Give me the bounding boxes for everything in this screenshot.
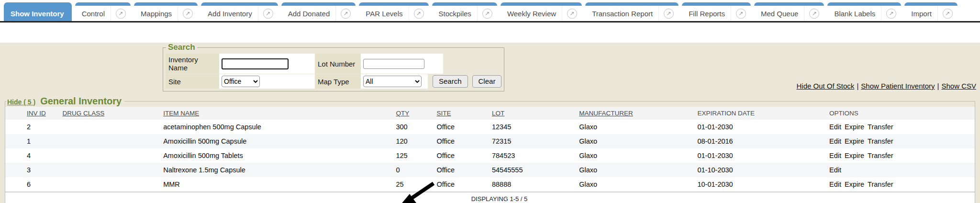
edit-link[interactable]: Edit — [829, 123, 841, 131]
cell-item-name: acetaminophen 500mg Capsule — [161, 120, 394, 134]
cell-options: EditExpireTransfer — [827, 134, 975, 148]
inventory-title: General Inventory — [40, 96, 122, 107]
site-select[interactable]: Office — [222, 76, 260, 87]
tab-fill-reports[interactable]: Fill Reports ↗ — [682, 2, 751, 21]
popout-icon[interactable]: ↗ — [178, 6, 198, 21]
tab-transaction-report[interactable]: Transaction Report ↗ — [585, 2, 679, 21]
tab-blank-labels[interactable]: Blank Labels ↗ — [827, 2, 901, 21]
show-patient-inventory-link[interactable]: Show Patient Inventory — [861, 82, 935, 90]
transfer-link[interactable]: Transfer — [868, 123, 893, 131]
clear-button[interactable]: Clear — [472, 75, 502, 88]
tab-add-donated[interactable]: Add Donated ↗ — [281, 2, 356, 21]
displaying-status: DISPLAYING 1-5 / 5 — [5, 192, 975, 203]
table-row: 2acetaminophen 500mg Capsule300Office123… — [5, 120, 975, 134]
tab-label: Blank Labels — [834, 10, 881, 18]
hide-count-link[interactable]: Hide ( 5 ) — [7, 98, 35, 106]
tab-med-queue[interactable]: Med Queue ↗ — [754, 2, 824, 21]
cell-lot: 72315 — [490, 134, 577, 148]
tab-label: Control — [82, 10, 111, 18]
tab-weekly-review[interactable]: Weekly Review ↗ — [501, 2, 582, 21]
popout-icon[interactable]: ↗ — [881, 6, 901, 21]
inventory-name-input[interactable] — [222, 58, 289, 69]
transfer-link[interactable]: Transfer — [868, 180, 893, 188]
cell-drug-class — [60, 148, 161, 163]
cell-site: Office — [435, 120, 490, 134]
tab-label: Fill Reports — [689, 10, 731, 18]
cell-qty: 120 — [394, 134, 434, 148]
column-header-lot[interactable]: LOT — [492, 110, 504, 117]
cell-drug-class — [60, 163, 161, 177]
popout-icon[interactable]: ↗ — [258, 6, 278, 21]
lot-number-input[interactable] — [363, 59, 424, 69]
show-csv-link[interactable]: Show CSV — [941, 82, 976, 90]
column-header-drug-class[interactable]: DRUG CLASS — [62, 110, 104, 117]
hide-out-of-stock-link[interactable]: Hide Out Of Stock — [796, 82, 854, 90]
tab-label: Import — [911, 10, 937, 18]
cell-inv-id: 6 — [5, 177, 60, 192]
transfer-link[interactable]: Transfer — [868, 152, 893, 159]
cell-manufacturer: Glaxo — [577, 163, 695, 177]
link-separator: | — [857, 82, 858, 90]
popout-icon[interactable]: ↗ — [804, 6, 824, 21]
tab-accent-strip — [359, 2, 428, 6]
cell-inv-id: 2 — [5, 120, 60, 134]
tab-label: Transaction Report — [592, 10, 658, 18]
popout-icon[interactable]: ↗ — [658, 6, 679, 21]
column-header-inv-id[interactable]: INV ID — [27, 110, 46, 117]
tab-mappings[interactable]: Mappings ↗ — [134, 2, 198, 21]
map-type-label: Map Type — [315, 74, 361, 89]
tab-accent-strip — [134, 2, 198, 6]
tab-label: PAR Levels — [366, 10, 408, 18]
popout-icon[interactable]: ↗ — [562, 6, 582, 21]
expire-link[interactable]: Expire — [845, 123, 864, 131]
cell-manufacturer: Glaxo — [577, 148, 695, 163]
search-button[interactable]: Search — [433, 75, 468, 88]
tab-accent-strip — [281, 2, 356, 6]
expire-link[interactable]: Expire — [845, 152, 864, 159]
table-row: 4Amoxicillin 500mg Tablets125Office78452… — [5, 148, 975, 163]
cell-inv-id: 4 — [5, 148, 60, 163]
site-label: Site — [166, 74, 219, 89]
tab-control[interactable]: Control ↗ — [75, 2, 131, 21]
cell-qty: 25 — [394, 177, 434, 192]
popout-icon[interactable]: ↗ — [111, 6, 131, 21]
cell-lot: 12345 — [490, 120, 577, 134]
table-row: 3Naltrexone 1.5mg Capsule0Office54545555… — [5, 163, 975, 177]
column-header-item-name[interactable]: ITEM NAME — [163, 110, 199, 117]
cell-site: Office — [435, 163, 490, 177]
edit-link[interactable]: Edit — [829, 137, 841, 145]
popout-icon[interactable]: ↗ — [731, 6, 751, 21]
expire-link[interactable]: Expire — [845, 180, 864, 188]
column-header-options: OPTIONS — [829, 110, 858, 117]
tab-show-inventory[interactable]: Show Inventory — [4, 2, 72, 21]
tab-add-inventory[interactable]: Add Inventory ↗ — [201, 2, 278, 21]
cell-expiration-date: 08-01-2016 — [695, 134, 827, 148]
map-type-select[interactable]: All — [363, 76, 422, 87]
tab-stockpiles[interactable]: Stockpiles ↗ — [432, 2, 497, 21]
search-panel: Search Inventory Name Lot Number Site Of… — [163, 43, 504, 91]
popout-icon[interactable]: ↗ — [477, 6, 497, 21]
tab-import[interactable]: Import ↗ — [904, 2, 958, 21]
transfer-link[interactable]: Transfer — [868, 137, 893, 145]
cell-lot: 88888 — [490, 177, 577, 192]
tab-par-levels[interactable]: PAR Levels ↗ — [359, 2, 428, 21]
edit-link[interactable]: Edit — [829, 180, 841, 188]
lot-number-label: Lot Number — [315, 54, 361, 74]
tab-label: Show Inventory — [11, 10, 64, 18]
cell-item-name: Amoxicillin 500mg Tablets — [161, 148, 394, 163]
popout-icon[interactable]: ↗ — [409, 6, 429, 21]
cell-site: Office — [435, 177, 490, 192]
inventory-name-label: Inventory Name — [166, 54, 219, 74]
tab-label: Weekly Review — [507, 10, 562, 18]
column-header-site[interactable]: SITE — [437, 110, 451, 117]
cell-drug-class — [60, 120, 161, 134]
column-header-qty[interactable]: QTY — [396, 110, 409, 117]
cell-manufacturer: Glaxo — [577, 177, 695, 192]
edit-link[interactable]: Edit — [829, 166, 841, 174]
popout-icon[interactable]: ↗ — [335, 6, 356, 21]
column-header-manufacturer[interactable]: MANUFACTURER — [579, 110, 633, 117]
edit-link[interactable]: Edit — [829, 152, 841, 159]
tab-accent-strip — [501, 2, 582, 6]
expire-link[interactable]: Expire — [845, 137, 864, 145]
popout-icon[interactable]: ↗ — [937, 6, 958, 21]
